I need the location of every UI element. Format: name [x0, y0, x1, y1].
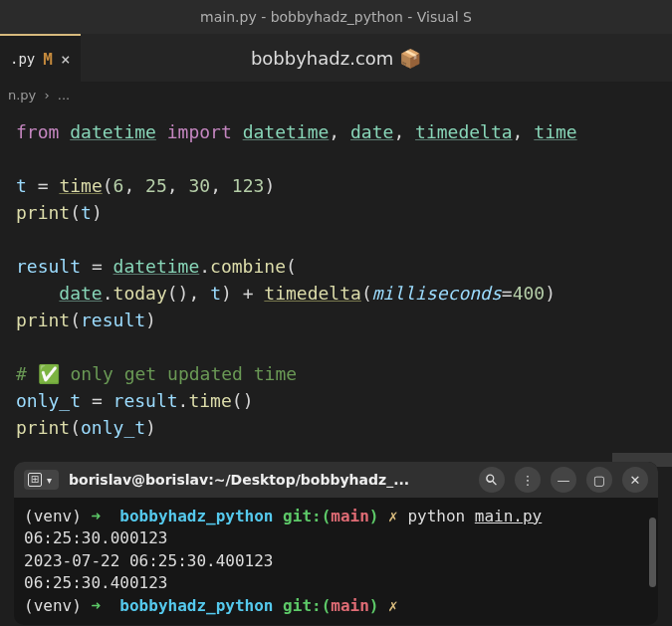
- code-line: result = datetime.combine(: [16, 253, 656, 280]
- window-titlebar: main.py - bobbyhadz_python - Visual S: [0, 0, 672, 34]
- close-button[interactable]: ✕: [622, 467, 648, 493]
- chevron-down-icon: ▾: [44, 475, 55, 486]
- terminal-title: borislav@borislav:~/Desktop/bobbyhadz_..…: [69, 472, 469, 488]
- menu-button[interactable]: ⋮: [515, 467, 541, 493]
- terminal-new-tab-button[interactable]: ▾: [24, 470, 59, 490]
- code-line: print(result): [16, 307, 656, 333]
- code-line: date.today(), t) + timedelta(millisecond…: [16, 280, 656, 307]
- kebab-icon: ⋮: [522, 473, 535, 488]
- window-title: main.py - bobbyhadz_python - Visual S: [200, 9, 472, 25]
- code-line: # ✅ only get updated time: [16, 360, 656, 387]
- terminal-output[interactable]: (venv) ➜ bobbyhadz_python git:(main) ✗ p…: [14, 498, 658, 625]
- terminal-titlebar: ▾ borislav@borislav:~/Desktop/bobbyhadz_…: [14, 462, 658, 498]
- terminal-line: (venv) ➜ bobbyhadz_python git:(main) ✗: [24, 595, 648, 617]
- search-button[interactable]: [479, 467, 505, 493]
- code-line: only_t = result.time(): [16, 387, 656, 414]
- tab-modified-badge: M: [43, 50, 53, 69]
- maximize-button[interactable]: ▢: [586, 467, 612, 493]
- tab-filename: .py: [10, 51, 35, 67]
- breadcrumb-file: n.py: [8, 88, 36, 103]
- code-line: t = time(6, 25, 30, 123): [16, 172, 656, 199]
- chevron-right-icon: ›: [44, 88, 49, 103]
- minimize-button[interactable]: —: [551, 467, 576, 493]
- tab-bar: .py M × bobbyhadz.com 📦: [0, 34, 672, 82]
- terminal-line: 06:25:30.400123: [24, 572, 648, 594]
- terminal-line: 06:25:30.000123: [24, 527, 648, 549]
- code-line: print(only_t): [16, 414, 656, 441]
- editor-tab-main[interactable]: .py M ×: [0, 34, 81, 82]
- breadcrumb-rest: ...: [58, 88, 70, 103]
- code-line: [16, 145, 656, 172]
- search-icon: [485, 473, 499, 487]
- tab-close-icon[interactable]: ×: [61, 50, 71, 69]
- code-line: from datetime import datetime, date, tim…: [16, 118, 656, 145]
- terminal-panel: ▾ borislav@borislav:~/Desktop/bobbyhadz_…: [14, 462, 658, 625]
- terminal-icon: [28, 473, 42, 487]
- code-line: [16, 226, 656, 253]
- terminal-line: (venv) ➜ bobbyhadz_python git:(main) ✗ p…: [24, 506, 648, 527]
- breadcrumb[interactable]: n.py › ...: [0, 82, 672, 108]
- maximize-icon: ▢: [593, 473, 605, 488]
- close-icon: ✕: [630, 473, 641, 488]
- minimize-icon: —: [558, 473, 570, 488]
- code-line: print(t): [16, 199, 656, 226]
- terminal-line: 2023-07-22 06:25:30.400123: [24, 550, 648, 572]
- watermark-overlay: bobbyhadz.com 📦: [251, 48, 421, 69]
- scrollbar-thumb[interactable]: [649, 518, 656, 587]
- code-editor[interactable]: from datetime import datetime, date, tim…: [0, 108, 672, 451]
- code-line: [16, 333, 656, 360]
